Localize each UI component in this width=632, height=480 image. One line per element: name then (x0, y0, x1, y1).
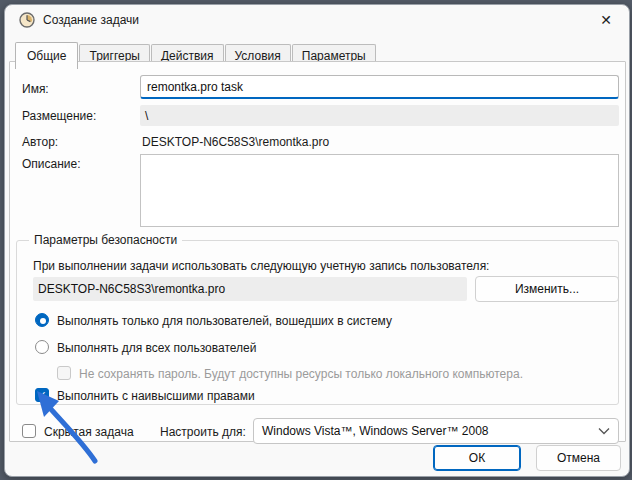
configure-for-value: Windows Vista™, Windows Server™ 2008 (262, 424, 489, 438)
author-label: Автор: (22, 135, 58, 149)
radio-run-only-logged-on[interactable] (35, 313, 49, 327)
checkbox-do-not-store-password (57, 366, 71, 380)
description-textarea[interactable] (140, 154, 619, 227)
chevron-down-icon (598, 427, 610, 435)
general-tab-page: Имя: Размещение: \ Автор: DESKTOP-N6C58S… (9, 61, 626, 442)
location-label: Размещение: (22, 109, 96, 123)
dialog-footer: ОК Отмена (5, 440, 629, 476)
location-field: \ (140, 105, 619, 126)
security-groupbox: Параметры безопасности При выполнении за… (16, 240, 619, 405)
security-group-title: Параметры безопасности (29, 233, 182, 247)
screen: Создание задачи ✕ Общие Триггеры Действи… (0, 0, 632, 480)
account-hint: При выполнении задачи использовать следу… (33, 259, 489, 273)
author-value: DESKTOP-N6C58S3\remontka.pro (142, 135, 329, 149)
configure-for-dropdown[interactable]: Windows Vista™, Windows Server™ 2008 (253, 418, 619, 444)
configure-for-label: Настроить для: (160, 425, 246, 439)
account-field: DESKTOP-N6C58S3\remontka.pro (33, 277, 467, 301)
title-bar: Создание задачи ✕ (5, 5, 629, 35)
window-title: Создание задачи (43, 13, 139, 27)
radio-run-only-logged-on-label: Выполнять только для пользователей, воше… (57, 314, 392, 328)
checkbox-run-highest-privileges[interactable]: ✓ (35, 388, 49, 402)
task-name-input[interactable] (140, 75, 619, 99)
create-task-dialog: Создание задачи ✕ Общие Триггеры Действи… (4, 4, 630, 477)
checkbox-hidden-task[interactable] (22, 424, 36, 438)
task-scheduler-clock-icon (19, 12, 35, 28)
radio-run-all-users-label: Выполнять для всех пользователей (57, 341, 256, 355)
tab-general[interactable]: Общие (15, 42, 78, 69)
close-icon[interactable]: ✕ (589, 7, 623, 33)
name-label: Имя: (22, 82, 49, 96)
radio-run-all-users[interactable] (35, 340, 49, 354)
checkbox-hidden-task-label: Скрытая задача (44, 425, 134, 439)
change-user-button[interactable]: Изменить... (475, 276, 619, 302)
checkbox-run-highest-privileges-label: Выполнить с наивысшими правами (57, 389, 255, 403)
description-label: Описание: (22, 157, 81, 171)
cancel-button[interactable]: Отмена (536, 445, 621, 471)
checkbox-do-not-store-password-label: Не сохранять пароль. Будут доступны ресу… (79, 367, 523, 381)
ok-button[interactable]: ОК (433, 445, 521, 471)
